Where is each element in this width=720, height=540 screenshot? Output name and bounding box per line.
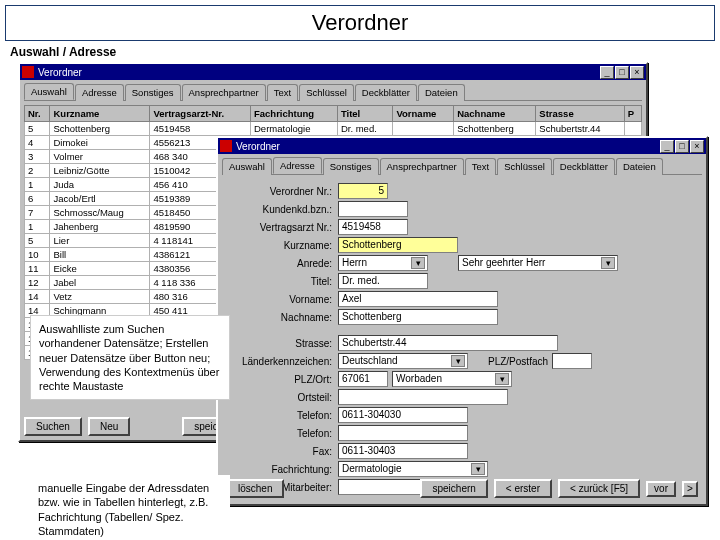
tab-deckblätter[interactable]: Deckblätter — [553, 158, 615, 175]
label: Verordner Nr.: — [228, 186, 338, 197]
window-form: Verordner _ □ × AuswahlAdresseSonstigesA… — [216, 136, 708, 506]
label: Vertragsarzt Nr.: — [228, 222, 338, 233]
label: Fax: — [228, 446, 338, 457]
col-header[interactable]: Fachrichtung — [251, 106, 338, 122]
neu-button[interactable]: Neu — [88, 417, 130, 436]
tab-dateien[interactable]: Dateien — [616, 158, 663, 175]
speichern-button[interactable]: speichern — [420, 479, 487, 498]
label: Telefon: — [228, 410, 338, 421]
loeschen-button[interactable]: löschen — [226, 479, 284, 498]
label: Nachname: — [228, 312, 338, 323]
app-icon — [22, 66, 34, 78]
tab-ansprechpartner[interactable]: Ansprechpartner — [380, 158, 464, 175]
laenderkz-select[interactable]: Deutschland — [338, 353, 468, 369]
tab-auswahl[interactable]: Auswahl — [24, 83, 74, 100]
anrede-select[interactable]: Herrn — [338, 255, 428, 271]
titlebar: Verordner _ □ × — [20, 64, 646, 80]
label: Strasse: — [228, 338, 338, 349]
slide-subtitle: Auswahl / Adresse — [10, 45, 720, 59]
tabstrip: AuswahlAdresseSonstigesAnsprechpartnerTe… — [222, 157, 702, 175]
plzpostfach-input[interactable] — [552, 353, 592, 369]
tab-text[interactable]: Text — [267, 84, 298, 101]
tab-ansprechpartner[interactable]: Ansprechpartner — [182, 84, 266, 101]
label: Telefon: — [228, 428, 338, 439]
form-body: Verordner Nr.:5 Kundenkd.bzn.: Vertragsa… — [218, 175, 706, 503]
col-header[interactable]: Strasse — [536, 106, 624, 122]
tab-dateien[interactable]: Dateien — [418, 84, 465, 101]
tab-schlüssel[interactable]: Schlüssel — [299, 84, 354, 101]
maximize-button[interactable]: □ — [675, 140, 689, 153]
col-header[interactable]: Vorname — [393, 106, 454, 122]
vertragsarzt-input[interactable]: 4519458 — [338, 219, 408, 235]
label: PLZ/Ort: — [228, 374, 338, 385]
suchen-button[interactable]: Suchen — [24, 417, 82, 436]
tab-adresse[interactable]: Adresse — [273, 157, 322, 174]
telefon2-input[interactable] — [338, 425, 468, 441]
col-header[interactable]: Nr. — [25, 106, 50, 122]
erster-button[interactable]: < erster — [494, 479, 552, 498]
label: Kurzname: — [228, 240, 338, 251]
col-header[interactable]: Titel — [337, 106, 393, 122]
label: Titel: — [228, 276, 338, 287]
col-header[interactable]: Vertragsarzt-Nr. — [150, 106, 251, 122]
vorname-input[interactable]: Axel — [338, 291, 498, 307]
weiter-button[interactable]: > — [682, 481, 698, 497]
tab-auswahl[interactable]: Auswahl — [222, 158, 272, 175]
label: Ortsteil: — [228, 392, 338, 403]
tab-sonstiges[interactable]: Sonstiges — [323, 158, 379, 175]
strasse-input[interactable]: Schubertstr.44 — [338, 335, 558, 351]
close-button[interactable]: × — [630, 66, 644, 79]
nachname-input[interactable]: Schottenberg — [338, 309, 498, 325]
slide-title: Verordner — [5, 5, 715, 41]
titlebar: Verordner _ □ × — [218, 138, 706, 154]
titel-input[interactable]: Dr. med. — [338, 273, 428, 289]
tab-sonstiges[interactable]: Sonstiges — [125, 84, 181, 101]
anrede-extra-select[interactable]: Sehr geehrter Herr — [458, 255, 618, 271]
annotation-1: Auswahlliste zum Suchen vorhandener Date… — [30, 315, 230, 400]
tab-adresse[interactable]: Adresse — [75, 84, 124, 101]
minimize-button[interactable]: _ — [600, 66, 614, 79]
table-row[interactable]: 5Schottenberg4519458DermatologieDr. med.… — [25, 122, 642, 136]
tab-schlüssel[interactable]: Schlüssel — [497, 158, 552, 175]
label: Fachrichtung: — [228, 464, 338, 475]
plzpostfach-label: PLZ/Postfach — [488, 356, 548, 367]
fachrichtung-select[interactable]: Dermatologie — [338, 461, 488, 477]
kurzname-input[interactable]: Schottenberg — [338, 237, 458, 253]
kundenkd-input[interactable] — [338, 201, 408, 217]
window-title: Verordner — [38, 67, 82, 78]
col-header[interactable]: Nachname — [454, 106, 536, 122]
ortsteil-input[interactable] — [338, 389, 508, 405]
vor-button[interactable]: vor — [646, 481, 676, 497]
verordner-nr-input[interactable]: 5 — [338, 183, 388, 199]
col-header[interactable]: Kurzname — [50, 106, 150, 122]
window-title: Verordner — [236, 141, 280, 152]
telefon-input[interactable]: 0611-304030 — [338, 407, 468, 423]
tab-text[interactable]: Text — [465, 158, 496, 175]
tabstrip: AuswahlAdresseSonstigesAnsprechpartnerTe… — [24, 83, 642, 101]
label: Länderkennzeichen: — [228, 356, 338, 367]
minimize-button[interactable]: _ — [660, 140, 674, 153]
maximize-button[interactable]: □ — [615, 66, 629, 79]
label: Anrede: — [228, 258, 338, 269]
label: Vorname: — [228, 294, 338, 305]
col-header[interactable]: P — [624, 106, 641, 122]
annotation-2: manuelle Eingabe der Adressdaten bzw. wi… — [30, 475, 230, 540]
zurueck-button[interactable]: < zurück [F5] — [558, 479, 640, 498]
app-icon — [220, 140, 232, 152]
close-button[interactable]: × — [690, 140, 704, 153]
tab-deckblätter[interactable]: Deckblätter — [355, 84, 417, 101]
label: Kundenkd.bzn.: — [228, 204, 338, 215]
plz-input[interactable]: 67061 — [338, 371, 388, 387]
fax-input[interactable]: 0611-30403 — [338, 443, 468, 459]
ort-select[interactable]: Worbaden — [392, 371, 512, 387]
